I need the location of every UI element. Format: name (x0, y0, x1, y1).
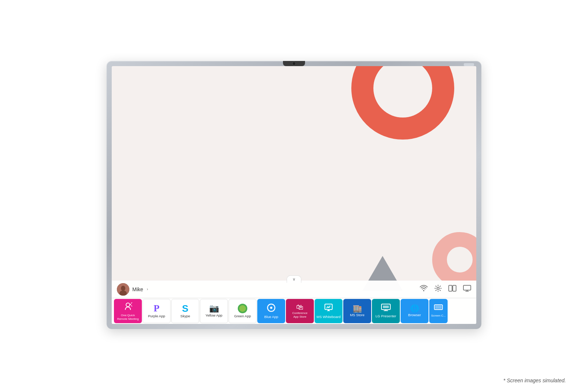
svg-point-8 (130, 304, 131, 305)
chevron-down-icon: ∨ (293, 277, 295, 282)
app-icon-ms-store: 🏬 (353, 305, 362, 312)
app-yellow[interactable]: 📷 Yellow App (200, 299, 228, 323)
monitor: ∨ Mike › (107, 61, 481, 329)
taskbar: ∨ Mike › (112, 281, 476, 324)
app-blue[interactable]: Blue App (257, 299, 285, 323)
app-icon-green (238, 304, 247, 313)
wallpaper-circle-red (351, 66, 454, 140)
svg-rect-4 (449, 285, 452, 291)
settings-icon[interactable] (434, 285, 442, 294)
app-label-conference: ConferenceApp Store (292, 311, 307, 318)
taskbar-system-icons (420, 285, 471, 294)
app-skype[interactable]: S Skype (171, 299, 199, 323)
app-icon-yellow: 📷 (209, 304, 219, 313)
app-label-lg-presenter: LG Presenter (376, 314, 397, 318)
camera-bump (283, 61, 305, 66)
app-label-yellow: Yellow App (205, 313, 222, 317)
svg-rect-15 (435, 306, 442, 309)
wallpaper-circle-pink (432, 232, 476, 287)
app-icon-blue (266, 303, 276, 314)
svg-rect-5 (453, 285, 456, 291)
display-icon[interactable] (463, 285, 471, 293)
app-icon-conference: 🛍 (296, 303, 304, 311)
app-icon-whiteboard (324, 303, 333, 314)
app-icon-browser: 🌐 (410, 305, 419, 312)
svg-point-1 (121, 286, 125, 291)
split-screen-icon[interactable] (448, 285, 456, 293)
svg-rect-13 (383, 306, 389, 308)
app-label-purple: Purple App (148, 314, 165, 318)
taskbar-expand-button[interactable]: ∨ (287, 275, 301, 283)
apps-row: One:QuickRemote Meeting P Purple App S S… (112, 298, 476, 324)
wifi-icon[interactable] (420, 285, 428, 293)
app-green[interactable]: Green App (229, 299, 257, 323)
app-label-screen-c: Screen C... (431, 314, 446, 318)
app-icon-skype: S (182, 304, 188, 313)
app-browser[interactable]: 🌐 Browser (401, 299, 429, 323)
svg-point-7 (126, 303, 130, 307)
app-ms-whiteboard[interactable]: MS Whiteboard (315, 299, 343, 323)
svg-point-3 (437, 287, 439, 289)
app-label-blue: Blue App (264, 315, 278, 319)
app-ms-store[interactable]: 🏬 MS Store (343, 299, 371, 323)
app-purple[interactable]: P Purple App (143, 299, 171, 323)
power-indicator (464, 63, 474, 66)
app-label-ms-store: MS Store (350, 313, 365, 317)
svg-rect-6 (463, 285, 471, 290)
screen: ∨ Mike › (112, 66, 476, 324)
svg-rect-11 (325, 304, 332, 310)
app-label-one-quick: One:QuickRemote Meeting (117, 314, 139, 321)
app-icon-one-quick (123, 301, 133, 313)
app-one-quick[interactable]: One:QuickRemote Meeting (114, 299, 142, 323)
app-label-skype: Skype (180, 314, 190, 318)
app-label-browser: Browser (408, 313, 421, 317)
app-conference[interactable]: 🛍 ConferenceApp Store (286, 299, 314, 323)
disclaimer: * Screen images simulated. (503, 378, 566, 383)
app-icon-screen-c (434, 304, 443, 313)
app-icon-lg-presenter (381, 304, 391, 313)
taskbar-top-bar: Mike › (112, 281, 476, 298)
camera-lens (292, 62, 296, 65)
user-info[interactable]: Mike › (117, 283, 148, 296)
app-icon-purple: P (154, 304, 159, 313)
avatar (117, 283, 129, 296)
app-lg-presenter[interactable]: LG Presenter (372, 299, 400, 323)
app-screen-c[interactable]: Screen C... (429, 299, 448, 323)
app-label-whiteboard: MS Whiteboard (316, 315, 340, 319)
svg-point-10 (270, 307, 272, 309)
app-label-green: Green App (234, 314, 251, 318)
user-name: Mike (132, 286, 143, 292)
user-chevron: › (147, 287, 148, 291)
